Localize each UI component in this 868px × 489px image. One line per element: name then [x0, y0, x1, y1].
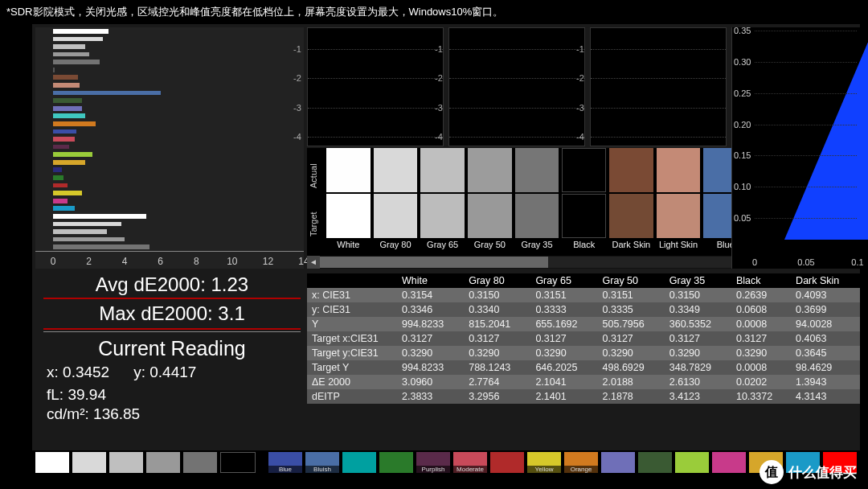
- palette-swatch[interactable]: [35, 452, 69, 473]
- bar-item: [53, 75, 78, 80]
- palette-swatch[interactable]: [490, 452, 524, 473]
- current-reading-title: Current Reading: [43, 337, 301, 360]
- bar-item: [53, 129, 76, 134]
- scroll-left-icon[interactable]: ◄: [307, 256, 320, 269]
- palette-swatch[interactable]: Yellow: [527, 452, 561, 473]
- swatch-gray-35[interactable]: [515, 148, 559, 238]
- table-row: Target Y994.8233788.1243646.2025498.6929…: [307, 360, 860, 375]
- bar-item: [53, 167, 62, 172]
- table-row: ΔE 20003.09602.77642.10412.01882.61300.0…: [307, 375, 860, 389]
- bar-item: [53, 44, 85, 49]
- watermark-badge: 值: [760, 460, 784, 484]
- mini-charts: -1-2-3-4 -1-2-3-4 -1-2-3-4: [307, 27, 727, 146]
- palette-swatch[interactable]: [638, 452, 672, 473]
- bar-item: [53, 191, 82, 195]
- palette-swatch[interactable]: Bluish: [305, 452, 339, 473]
- bar-item: [53, 160, 85, 165]
- bar-item: [53, 199, 68, 203]
- bar-item: [53, 121, 96, 126]
- reading-y: y: 0.4417: [133, 364, 196, 381]
- table-row: Target x:CIE310.31270.31270.31270.31270.…: [307, 331, 860, 346]
- bar-item: [53, 98, 82, 103]
- mini-chart-2: -1-2-3-4: [448, 27, 585, 146]
- swatch-row-target: Target: [309, 212, 318, 236]
- bar-item: [53, 222, 121, 227]
- reading-fl: fL: 39.94: [47, 386, 301, 404]
- palette-swatch[interactable]: [601, 452, 635, 473]
- swatch-gray-80[interactable]: [374, 148, 418, 238]
- table-row: y: CIE310.33460.33400.33330.33350.33490.…: [307, 302, 860, 317]
- palette-swatch[interactable]: [342, 452, 376, 473]
- palette-swatch[interactable]: [675, 452, 709, 473]
- scroll-track[interactable]: [320, 257, 735, 268]
- bar-item: [53, 29, 108, 34]
- swatch-light-skin[interactable]: [657, 148, 701, 238]
- swatch-scrollbar[interactable]: ◄ ►: [307, 256, 747, 269]
- table-row: Y994.8233815.2041655.1692505.7956360.535…: [307, 317, 860, 331]
- bar-item: [53, 229, 107, 234]
- swatch-white[interactable]: [326, 148, 371, 238]
- swatch-black[interactable]: [562, 148, 606, 238]
- palette-swatch[interactable]: Orange: [564, 452, 598, 473]
- palette-swatch[interactable]: [220, 452, 256, 473]
- mini-chart-1: -1-2-3-4: [307, 27, 444, 146]
- bar-item: [53, 206, 75, 211]
- caption-text: *SDR影院模式，关闭光感，区域控光和峰值亮度都在低档位上，屏幕亮度设置为最大，…: [6, 5, 503, 19]
- max-de2000: Max dE2000: 3.1: [43, 301, 301, 327]
- palette-swatch[interactable]: [72, 452, 106, 473]
- bar-item: [53, 175, 63, 180]
- swatch-gray-50[interactable]: [468, 148, 512, 238]
- reading-x: x: 0.3452: [47, 364, 109, 381]
- bottom-color-palette: BlueBluishPurplishModerateYellowOrange: [32, 450, 860, 475]
- bar-item: [53, 145, 69, 150]
- swatch-dark-skin[interactable]: [609, 148, 653, 238]
- bar-item: [53, 106, 82, 111]
- bar-item: [53, 152, 92, 157]
- swatch-row-actual: Actual: [309, 163, 318, 188]
- table-row: Target y:CIE310.32900.32900.32900.32900.…: [307, 346, 860, 360]
- bar-item: [53, 113, 85, 118]
- cie-corner-plot: 0.050.100.150.200.250.300.3500.050.1: [731, 27, 860, 269]
- bar-item: [53, 91, 161, 96]
- swatch-strip: Actual Target WhiteGray 80Gray 65Gray 50…: [307, 148, 747, 269]
- bar-item: [53, 244, 149, 249]
- table-row: x: CIE310.31540.31500.31510.31510.31500.…: [307, 288, 860, 302]
- bar-item: [53, 183, 68, 188]
- readings-panel: Avg dE2000: 1.23 Max dE2000: 3.1 Current…: [43, 273, 301, 425]
- bar-item: [53, 83, 80, 88]
- avg-de2000: Avg dE2000: 1.23: [43, 273, 301, 296]
- bar-item: [53, 237, 125, 242]
- palette-swatch[interactable]: [379, 452, 413, 473]
- deltae-bar-chart: 02468101214: [35, 27, 304, 269]
- watermark-text: 什么值得买: [788, 463, 857, 482]
- bar-item: [53, 37, 103, 42]
- palette-swatch[interactable]: [712, 452, 746, 473]
- table-row: dEITP2.38333.29562.14012.18783.412310.33…: [307, 389, 860, 404]
- palette-swatch[interactable]: Blue: [268, 452, 302, 473]
- bar-item: [53, 68, 55, 72]
- palette-swatch[interactable]: [183, 452, 217, 473]
- mini-chart-3: -1-2-3-4: [590, 27, 727, 146]
- palette-swatch[interactable]: Moderate: [453, 452, 487, 473]
- palette-swatch[interactable]: [146, 452, 180, 473]
- bar-item: [53, 137, 75, 142]
- bar-item: [53, 214, 146, 219]
- palette-swatch[interactable]: [109, 452, 143, 473]
- reading-cd: cd/m²: 136.85: [47, 405, 301, 423]
- watermark: 值 什么值得买: [760, 460, 857, 484]
- bar-item: [53, 60, 100, 64]
- bar-item: [53, 52, 89, 57]
- swatch-gray-65[interactable]: [420, 148, 465, 238]
- scroll-thumb[interactable]: [320, 257, 548, 268]
- measurement-table: WhiteGray 80Gray 65Gray 50Gray 35BlackDa…: [307, 273, 860, 404]
- calibration-panel: 02468101214 -1-2-3-4 -1-2-3-4 -1-2-3-4 A…: [32, 24, 860, 475]
- palette-swatch[interactable]: Purplish: [416, 452, 450, 473]
